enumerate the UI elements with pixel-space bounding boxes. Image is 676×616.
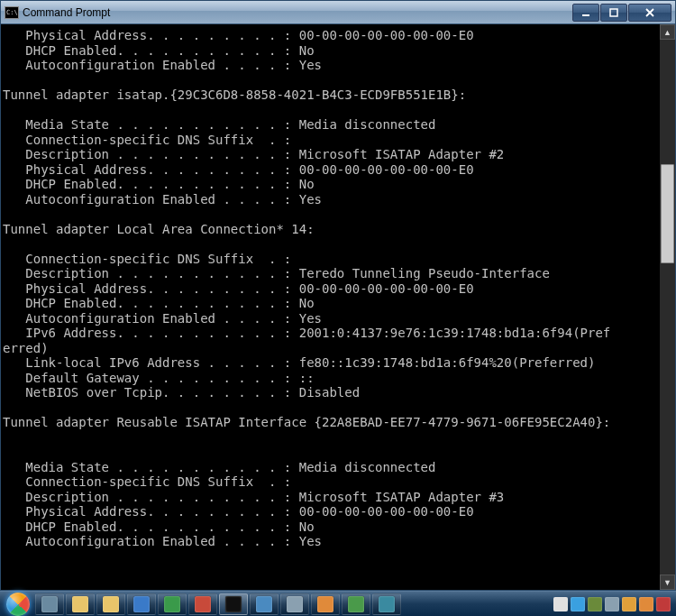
maximize-button[interactable] [600, 4, 627, 22]
app-calc-icon [287, 596, 303, 612]
window-controls [572, 4, 671, 22]
app-people-icon [256, 596, 272, 612]
close-button[interactable] [628, 4, 671, 22]
app-msg-icon [348, 596, 364, 612]
system-tray [553, 597, 674, 611]
star-icon[interactable] [622, 597, 636, 611]
svg-rect-1 [610, 9, 617, 16]
taskbar [0, 591, 676, 616]
terminal-output[interactable]: Physical Address. . . . . . . . . : 00-0… [1, 24, 675, 590]
taskbar-item-app-calc[interactable] [280, 593, 309, 615]
svg-rect-0 [582, 14, 589, 16]
taskbar-item-msn[interactable] [158, 593, 187, 615]
skype-icon[interactable] [571, 597, 585, 611]
folder-icon [103, 596, 119, 612]
app-red-icon [195, 596, 211, 612]
windows-orb-icon [6, 593, 30, 616]
chevron-up-icon: ▲ [663, 28, 671, 37]
scroll-thumb[interactable] [661, 164, 674, 263]
clock-icon[interactable] [588, 597, 602, 611]
taskbar-item-app-msg[interactable] [342, 593, 370, 615]
taskbar-items [35, 593, 401, 615]
command-prompt-window: C:\ Command Prompt Physical Address. . .… [0, 0, 676, 591]
explorer-icon [72, 596, 88, 612]
minimize-button[interactable] [572, 4, 599, 22]
taskbar-item-app-other[interactable] [372, 593, 401, 615]
ie-icon [133, 596, 150, 612]
chevron-down-icon: ▼ [663, 578, 671, 587]
flag-icon[interactable] [553, 597, 568, 611]
taskbar-item-app-wmp[interactable] [311, 593, 340, 615]
cmd-icon: C:\ [5, 6, 19, 19]
taskbar-item-command-prompt[interactable] [219, 593, 248, 615]
dev-icon[interactable] [656, 597, 671, 611]
app-other-icon [379, 596, 395, 612]
window-title: Command Prompt [23, 6, 572, 19]
command-prompt-icon [225, 596, 242, 612]
taskbar-item-app-red[interactable] [188, 593, 217, 615]
sound-icon[interactable] [605, 597, 619, 611]
update-icon[interactable] [639, 597, 653, 611]
taskbar-item-ie[interactable] [127, 593, 156, 615]
titlebar[interactable]: C:\ Command Prompt [1, 1, 675, 24]
scrollbar[interactable]: ▲ ▼ [660, 24, 675, 590]
taskbar-item-app-people[interactable] [250, 593, 279, 615]
taskbar-item-folder[interactable] [96, 593, 125, 615]
start-button[interactable] [2, 592, 34, 617]
msn-icon [164, 596, 180, 612]
taskbar-item-explorer[interactable] [66, 593, 95, 615]
taskbar-item-recycle-bin[interactable] [35, 593, 64, 615]
recycle-bin-icon [41, 596, 58, 612]
app-wmp-icon [317, 596, 333, 612]
scroll-down-button[interactable]: ▼ [660, 575, 675, 590]
scroll-up-button[interactable]: ▲ [660, 24, 675, 40]
